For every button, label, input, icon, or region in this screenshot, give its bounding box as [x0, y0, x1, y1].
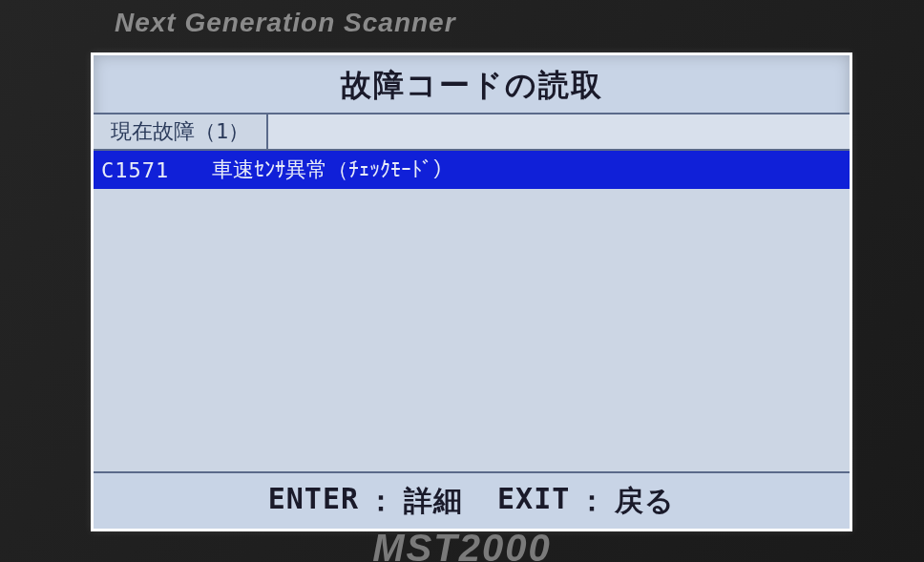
dtc-list: C1571 車速ｾﾝｻ異常（ﾁｪｯｸﾓｰﾄﾞ） [94, 151, 850, 471]
dtc-description: 車速ｾﾝｻ異常（ﾁｪｯｸﾓｰﾄﾞ） [208, 156, 850, 184]
device-brand-top: Next Generation Scanner [115, 8, 456, 38]
tab-label: 現在故障（1） [111, 117, 249, 146]
footer-bar: ENTER ： 詳細 EXIT ： 戻る [94, 471, 850, 529]
separator: ： [367, 482, 396, 521]
dtc-row[interactable]: C1571 車速ｾﾝｻ異常（ﾁｪｯｸﾓｰﾄﾞ） [94, 151, 850, 189]
screen-title: 故障コードの読取 [94, 55, 850, 114]
footer-enter-hint: ENTER ： 詳細 [268, 482, 463, 521]
exit-action-label: 戻る [615, 482, 675, 521]
separator: ： [578, 482, 607, 521]
tab-current-faults[interactable]: 現在故障（1） [94, 114, 268, 149]
scanner-screen: 故障コードの読取 現在故障（1） C1571 車速ｾﾝｻ異常（ﾁｪｯｸﾓｰﾄﾞ）… [91, 52, 852, 531]
enter-action-label: 詳細 [404, 482, 463, 521]
device-brand-bottom: MST2000 [372, 527, 551, 562]
exit-key-label: EXIT [497, 482, 570, 521]
dtc-code: C1571 [94, 158, 208, 182]
tab-bar: 現在故障（1） [94, 114, 850, 151]
device-frame: Next Generation Scanner 故障コードの読取 現在故障（1）… [0, 0, 924, 562]
footer-exit-hint: EXIT ： 戻る [497, 482, 675, 521]
enter-key-label: ENTER [268, 482, 359, 521]
